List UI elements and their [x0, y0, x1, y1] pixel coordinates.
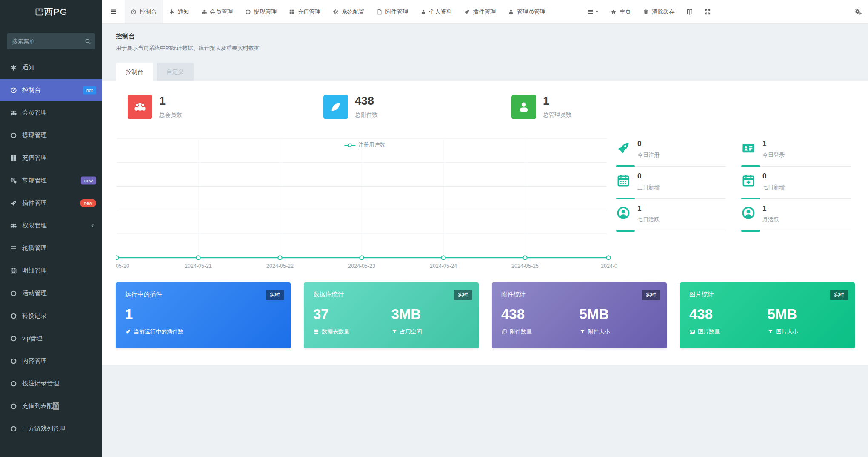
language-button[interactable] [681, 0, 699, 23]
tab-custom[interactable]: 自定义 [157, 63, 194, 81]
list-icon [587, 9, 594, 15]
nav-tab-admins[interactable]: 管理员管理 [502, 0, 552, 23]
stat-7day-new: 0七日新增 [741, 172, 866, 204]
x-tick: 05-20 [116, 263, 129, 269]
sidebar-item-label: 活动管理 [22, 289, 47, 297]
sidebar-item-notice[interactable]: 通知 [0, 56, 102, 79]
calendar-icon [10, 267, 17, 274]
sidebar-menu: 通知 控制台hot 会员管理 提现管理 充值管理 常规管理new 插件管理new… [0, 56, 102, 440]
summary-label: 总管理员数 [543, 111, 572, 119]
users-icon [10, 222, 17, 229]
x-tick: 2024-05-22 [266, 263, 294, 269]
sidebar-item-label: 充值管理 [22, 154, 47, 162]
sidebar-item-label-highlight: 置 [53, 402, 60, 410]
stat-7day-active: 1七日活跃 [616, 204, 741, 237]
card-running-plugins[interactable]: 运行中的插件 实时 1 当前运行中的插件数 [116, 282, 291, 348]
stat-month-active: 1月活跃 [741, 204, 866, 237]
nav-tab-system-config[interactable]: 系统配置 [327, 0, 371, 23]
sidebar-item-permissions[interactable]: 权限管理 [0, 214, 102, 237]
leaf-icon [329, 101, 342, 113]
home-button[interactable]: 主页 [605, 0, 637, 23]
sidebar-item-vip[interactable]: vip管理 [0, 327, 102, 350]
sidebar-item-recharge[interactable]: 充值管理 [0, 147, 102, 169]
sidebar-item-label: 三方游戏列管理 [22, 425, 66, 433]
hot-badge: hot [83, 86, 96, 94]
sidebar-toggle-button[interactable] [102, 0, 125, 23]
tab-dashboard[interactable]: 控制台 [116, 63, 153, 81]
sidebar-item-thirdparty-games[interactable]: 三方游戏列管理 [0, 417, 102, 440]
chart-legend[interactable]: 注册用户数 [344, 141, 385, 149]
sidebar-item-details[interactable]: 明细管理 [0, 259, 102, 282]
sidebar-item-label: 通知 [22, 63, 34, 72]
sidebar-item-label: 明细管理 [22, 267, 47, 275]
file-icon [377, 9, 383, 15]
card-metric-label: 图片数量 [698, 328, 720, 336]
calendar-plus-icon [741, 173, 756, 188]
nav-tab-dashboard[interactable]: 控制台 [125, 0, 163, 23]
bars-icon [10, 245, 17, 252]
tab-list-dropdown[interactable] [581, 0, 605, 23]
nav-tab-members[interactable]: 会员管理 [195, 0, 239, 23]
sidebar-search [7, 33, 95, 49]
search-input[interactable] [7, 33, 95, 49]
x-tick: 2024-05-25 [511, 263, 539, 269]
attachments-tile [323, 95, 348, 119]
page-title: 控制台 [116, 32, 260, 40]
stat-value: 1 [637, 204, 741, 213]
card-title: 附件统计 [501, 290, 657, 299]
sidebar-item-carousel[interactable]: 轮播管理 [0, 237, 102, 259]
sidebar-item-conversion[interactable]: 转换记录 [0, 305, 102, 327]
tachometer-icon [10, 87, 17, 94]
stat-today-registered: 0今日注册 [616, 140, 741, 172]
sidebar-item-activities[interactable]: 活动管理 [0, 282, 102, 305]
card-title: 运行中的插件 [125, 290, 281, 299]
stat-value: 0 [637, 172, 741, 181]
fullscreen-button[interactable] [699, 0, 717, 23]
sidebar-item-label: 控制台 [22, 86, 41, 94]
summary-total-attachments: 438总附件数 [323, 95, 378, 119]
circle-icon [10, 425, 17, 432]
card-title: 图片统计 [689, 290, 845, 299]
grid-icon [10, 155, 17, 161]
summary-value: 1 [159, 95, 182, 107]
nav-tab-attachments[interactable]: 附件管理 [371, 0, 414, 23]
card-attachment-stats[interactable]: 附件统计 实时 438 附件数量 5MB 附件大小 [492, 282, 667, 348]
asterisk-icon [10, 64, 17, 71]
clear-cache-label: 清除缓存 [652, 8, 675, 16]
nav-tab-recharge[interactable]: 充值管理 [283, 0, 327, 23]
sidebar-item-recharge-list[interactable]: 充值列表配置 [0, 395, 102, 417]
sidebar-item-bet-records[interactable]: 投注记录管理 [0, 372, 102, 395]
summary-value: 1 [543, 95, 572, 107]
card-database-stats[interactable]: 数据库统计 实时 37 数据表数量 3MB 占用空间 [304, 282, 479, 348]
nav-tab-plugins[interactable]: 插件管理 [458, 0, 502, 23]
nav-tab-profile[interactable]: 个人资料 [414, 0, 458, 23]
sidebar-item-plugins[interactable]: 插件管理new [0, 192, 102, 214]
nav-tab-withdraw[interactable]: 提现管理 [239, 0, 283, 23]
filter-icon [768, 329, 774, 335]
sidebar-item-withdraw[interactable]: 提现管理 [0, 124, 102, 147]
app-logo[interactable]: 巴西PG [0, 0, 102, 24]
rocket-icon [125, 329, 131, 335]
card-image-stats[interactable]: 图片统计 实时 438 图片数量 5MB 图片大小 [680, 282, 855, 348]
card-value: 5MB [768, 307, 846, 321]
grid-icon [289, 9, 295, 15]
activity-stats: 0今日注册 1今日登录 0三日新增 0七日新增 1七日活跃 1月活跃 [616, 140, 866, 237]
members-tile [128, 95, 152, 119]
clear-cache-button[interactable]: 清除缓存 [637, 0, 681, 23]
nav-tab-label: 控制台 [140, 8, 157, 16]
card-value: 3MB [391, 307, 470, 321]
user-circle-icon [741, 206, 756, 220]
tachometer-icon [131, 9, 137, 15]
sidebar-item-content[interactable]: 内容管理 [0, 350, 102, 372]
page-header: 控制台 用于展示当前系统中的统计数据、统计报表及重要实时数据 [116, 32, 260, 52]
sidebar-item-dashboard[interactable]: 控制台hot [0, 79, 102, 101]
nav-tab-notice[interactable]: 通知 [163, 0, 195, 23]
sidebar-item-general[interactable]: 常规管理new [0, 169, 102, 192]
stat-today-login: 1今日登录 [741, 140, 866, 172]
copy-icon [501, 329, 507, 335]
sidebar-item-members[interactable]: 会员管理 [0, 101, 102, 124]
card-metric-label: 附件大小 [588, 328, 610, 336]
settings-button[interactable] [854, 0, 862, 24]
sidebar-item-label: 投注记录管理 [22, 379, 59, 388]
chevron-left-icon [90, 223, 95, 228]
